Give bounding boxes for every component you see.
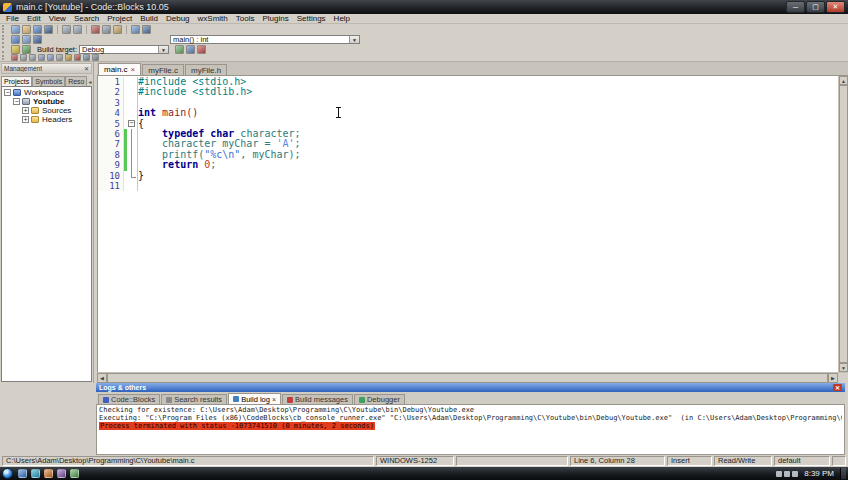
save-icon[interactable]	[33, 25, 42, 34]
replace-icon[interactable]	[142, 25, 151, 34]
code-text[interactable]: printf("%c\n", myChar);	[138, 150, 838, 160]
break-debugger-icon[interactable]	[65, 54, 72, 61]
fold-collapse-icon[interactable]: −	[128, 120, 135, 127]
menu-item-tools[interactable]: Tools	[232, 14, 259, 24]
editor-tab-myfile-h[interactable]: myFile.h	[185, 64, 227, 75]
menu-item-wxsmith[interactable]: wxSmith	[194, 14, 232, 24]
editor-horizontal-scrollbar[interactable]: ◀ ▶	[97, 372, 848, 383]
taskbar-app-icon-3[interactable]	[44, 469, 53, 478]
menu-item-plugins[interactable]: Plugins	[258, 14, 292, 24]
goto-declaration-icon[interactable]	[22, 35, 31, 44]
editor-body[interactable]: 1#include <stdio.h>2#include <stdlib.h>3…	[97, 76, 848, 372]
code-text[interactable]: {	[138, 119, 838, 129]
start-button[interactable]	[2, 468, 13, 479]
cut-icon[interactable]	[91, 25, 100, 34]
maximize-button[interactable]: ▢	[806, 1, 825, 13]
tab-close-icon[interactable]: ×	[131, 66, 136, 74]
compile-icon[interactable]	[11, 45, 20, 54]
new-file-icon[interactable]	[11, 25, 20, 34]
next-instruction-icon[interactable]	[56, 54, 63, 61]
toolbar-grip[interactable]	[2, 25, 8, 33]
debug-windows-icon[interactable]	[83, 54, 90, 61]
build-target-arrow-icon[interactable]: ▼	[158, 46, 168, 53]
tab-close-icon[interactable]: ×	[272, 396, 276, 403]
abort-build-icon[interactable]	[197, 45, 206, 54]
menu-item-view[interactable]: View	[45, 14, 70, 24]
tree-item-youtube[interactable]: −Youtube	[2, 97, 91, 106]
toolbar-grip[interactable]	[2, 35, 8, 44]
goto-function-icon[interactable]	[11, 35, 20, 44]
rebuild-icon[interactable]	[186, 45, 195, 54]
expand-icon[interactable]: +	[22, 107, 29, 114]
run-icon[interactable]	[22, 45, 31, 54]
open-file-icon[interactable]	[22, 25, 31, 34]
editor-tab-myfile-c[interactable]: myFile.c	[142, 64, 184, 75]
tray-volume-icon[interactable]	[792, 471, 798, 477]
code-text[interactable]: #include <stdlib.h>	[138, 87, 838, 97]
scroll-down-icon[interactable]: ▼	[839, 363, 848, 372]
scroll-left-icon[interactable]: ◀	[97, 373, 107, 383]
sidebar-tab-symbols[interactable]: Symbols	[32, 76, 65, 86]
tree-item-sources[interactable]: +Sources	[2, 106, 91, 115]
sidebar-tab-scroll-right-icon[interactable]: ▸	[93, 77, 94, 86]
minimize-button[interactable]: ─	[786, 1, 805, 13]
code-text[interactable]	[138, 181, 838, 191]
toolbar-grip[interactable]	[2, 55, 8, 60]
undo-icon[interactable]	[62, 25, 71, 34]
code-text[interactable]: #include <stdio.h>	[138, 77, 838, 87]
logs-tab-debugger[interactable]: Debugger	[354, 394, 405, 404]
scroll-right-icon[interactable]: ▶	[828, 373, 838, 383]
editor-tab-main-c[interactable]: main.c×	[98, 63, 141, 75]
logs-close-button[interactable]: ✕	[833, 384, 842, 391]
menu-item-debug[interactable]: Debug	[162, 14, 194, 24]
tray-show-hidden-icon[interactable]	[776, 471, 782, 477]
code-text[interactable]: }	[138, 171, 838, 181]
tray-network-icon[interactable]	[784, 471, 790, 477]
collapse-icon[interactable]: −	[13, 98, 20, 105]
run-to-cursor-icon[interactable]	[20, 54, 27, 61]
menu-item-file[interactable]: File	[2, 14, 23, 24]
logs-tab-build-messages[interactable]: Build messages	[282, 394, 353, 404]
management-close-button[interactable]: ✕	[84, 65, 89, 72]
menu-item-project[interactable]: Project	[103, 14, 136, 24]
vertical-scroll-thumb[interactable]	[839, 85, 848, 363]
close-button[interactable]: ✕	[826, 1, 845, 13]
debug-continue-icon[interactable]	[11, 54, 18, 61]
symbol-combo[interactable]: main() : int ▼	[170, 35, 360, 44]
code-area[interactable]: 1#include <stdio.h>2#include <stdlib.h>3…	[98, 77, 838, 372]
symbol-combo-arrow-icon[interactable]: ▼	[349, 36, 359, 43]
horizontal-scroll-thumb[interactable]	[107, 373, 828, 383]
show-desktop-button[interactable]	[840, 468, 846, 479]
editor-vertical-scrollbar[interactable]: ▲ ▼	[838, 76, 848, 372]
debug-info-icon[interactable]	[92, 54, 99, 61]
step-into-icon[interactable]	[38, 54, 45, 61]
toolbar-grip[interactable]	[2, 46, 8, 53]
code-text[interactable]: return 0;	[138, 160, 838, 170]
find-icon[interactable]	[131, 25, 140, 34]
logs-tab-search-results[interactable]: Search results	[161, 394, 227, 404]
stop-debugger-icon[interactable]	[74, 54, 81, 61]
code-text[interactable]: character myChar = 'A';	[138, 139, 838, 149]
code-text[interactable]	[138, 98, 838, 108]
logs-tab-build-log[interactable]: Build log×	[228, 393, 281, 404]
code-text[interactable]: int main()	[138, 108, 838, 118]
tree-item-headers[interactable]: +Headers	[2, 115, 91, 124]
collapse-icon[interactable]: −	[4, 89, 11, 96]
menu-item-settings[interactable]: Settings	[293, 14, 330, 24]
paste-icon[interactable]	[113, 25, 122, 34]
menu-item-search[interactable]: Search	[70, 14, 103, 24]
step-out-icon[interactable]	[47, 54, 54, 61]
next-line-icon[interactable]	[29, 54, 36, 61]
build-target-combo[interactable]: Debug ▼	[79, 45, 169, 54]
sidebar-tab-projects[interactable]: Projects	[1, 76, 32, 86]
sidebar-tab-reso[interactable]: Reso	[65, 76, 87, 86]
tree-item-workspace[interactable]: −Workspace	[2, 88, 91, 97]
goto-implementation-icon[interactable]	[33, 35, 42, 44]
menu-item-edit[interactable]: Edit	[23, 14, 45, 24]
code-text[interactable]: typedef char character;	[138, 129, 838, 139]
menu-item-help[interactable]: Help	[330, 14, 354, 24]
save-all-icon[interactable]	[44, 25, 53, 34]
expand-icon[interactable]: +	[22, 116, 29, 123]
taskbar-app-icon-4[interactable]	[57, 469, 66, 478]
copy-icon[interactable]	[102, 25, 111, 34]
